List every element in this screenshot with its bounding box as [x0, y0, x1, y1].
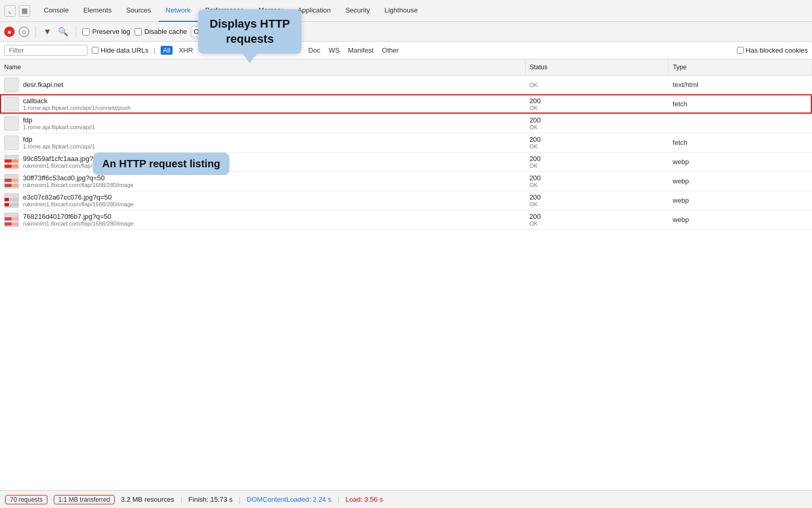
header-type[interactable]: Type	[669, 59, 812, 75]
device-icon[interactable]: ▦	[19, 5, 30, 17]
type-value: webp	[673, 177, 689, 185]
request-name: fdp	[23, 135, 95, 143]
status-sep-2: |	[239, 495, 240, 503]
preserve-log-checkbox[interactable]	[82, 28, 90, 35]
type-value: fetch	[673, 100, 687, 108]
table-row[interactable]: fdp 1.rome.api.flipkart.com/api/1 200 OK…	[0, 133, 812, 152]
status-code: 200	[529, 116, 664, 124]
has-blocked-text: Has blocked cookies	[746, 46, 808, 54]
request-url: 1.rome.api.flipkart.com/api/1/connekt/pu…	[23, 105, 131, 111]
preserve-log-label[interactable]: Preserve log	[82, 28, 130, 35]
toolbar-separator-1	[35, 26, 36, 38]
search-icon[interactable]: 🔍	[57, 26, 69, 38]
file-icon	[4, 97, 19, 111]
type-xhr-button[interactable]: XHR	[177, 46, 195, 55]
name-cell: 99c859af1cfc1aaa.jpg?q=50 rukminim1.flix…	[0, 152, 525, 171]
filter-input[interactable]	[4, 45, 88, 56]
file-icon	[4, 135, 19, 150]
devtools-tab-bar: ⌞ ▦ Console Elements Sources Network Per…	[0, 0, 812, 22]
tooltip-arrow	[243, 54, 257, 63]
type-value: webp	[673, 196, 689, 204]
status-text: OK	[529, 182, 664, 188]
table-row[interactable]: e3c07c82a67cc076.jpg?q=50 rukminim1.flix…	[0, 191, 812, 210]
img-stripe	[5, 159, 18, 163]
type-doc-button[interactable]: Doc	[306, 46, 322, 55]
tooltip-text: Displays HTTP requests	[198, 9, 301, 54]
disable-cache-checkbox[interactable]	[135, 28, 142, 35]
table-row[interactable]: fdp 1.rome.api.flipkart.com/api/1 200 OK	[0, 114, 812, 133]
filter-icon[interactable]: ▼	[42, 26, 53, 38]
table-row[interactable]: 768216d40170f6b7.jpg?q=50 rukminim1.flix…	[0, 210, 812, 229]
tab-sources[interactable]: Sources	[119, 0, 159, 22]
name-cell: 768216d40170f6b7.jpg?q=50 rukminim1.flix…	[0, 210, 525, 229]
tab-network[interactable]: Network	[159, 0, 198, 22]
network-toolbar: ● ○ ▼ 🔍 Preserve log Disable cache Onlin…	[0, 22, 812, 42]
status-text: OK	[529, 163, 664, 169]
request-name: callback	[23, 97, 131, 105]
devtools-icons: ⌞ ▦	[4, 5, 30, 17]
table-row[interactable]: desr.fkapi.net OK text/html	[0, 75, 812, 94]
status-text: OK	[529, 201, 664, 207]
inspect-icon[interactable]: ⌞	[4, 5, 16, 17]
row-annotation: An HTTP request listing	[93, 153, 229, 175]
header-status[interactable]: Status	[525, 59, 669, 75]
stop-button[interactable]: ○	[19, 27, 29, 37]
tab-security[interactable]: Security	[338, 0, 377, 22]
tooltip-annotation: Displays HTTP requests	[198, 9, 301, 63]
request-name: desr.fkapi.net	[23, 81, 63, 89]
toolbar-separator-2	[76, 26, 76, 38]
type-cell: webp	[669, 171, 812, 191]
request-url: rukminim1.flixcart.com/flap/1688/280/ima…	[23, 201, 134, 207]
tab-lighthouse[interactable]: Lighthouse	[377, 0, 425, 22]
name-cell: desr.fkapi.net	[0, 75, 525, 94]
type-cell: text/html	[669, 75, 812, 94]
type-manifest-button[interactable]: Manifest	[346, 46, 375, 55]
type-other-button[interactable]: Other	[380, 46, 401, 55]
resources-text: 3.2 MB resources	[121, 495, 174, 503]
type-cell: fetch	[669, 94, 812, 114]
status-code: 200	[529, 135, 664, 143]
disable-cache-label[interactable]: Disable cache	[135, 28, 187, 35]
name-cell: callback 1.rome.api.flipkart.com/api/1/c…	[0, 94, 525, 114]
status-cell: 200 OK	[525, 94, 669, 114]
table-row[interactable]: callback 1.rome.api.flipkart.com/api/1/c…	[0, 94, 812, 114]
img-stripe-2	[5, 203, 18, 206]
file-icon	[4, 155, 19, 169]
img-stripe-2	[5, 165, 18, 168]
record-button[interactable]: ●	[4, 27, 15, 37]
dom-loaded-text: DOMContentLoaded: 2.24 s	[247, 495, 331, 503]
hide-data-urls-label[interactable]: Hide data URLs	[92, 46, 149, 54]
type-value: fetch	[673, 139, 687, 146]
preserve-log-text: Preserve log	[92, 28, 130, 35]
tab-elements[interactable]: Elements	[76, 0, 119, 22]
status-code: 200	[529, 97, 664, 105]
name-cell: fdp 1.rome.api.flipkart.com/api/1	[0, 114, 525, 133]
type-value: webp	[673, 158, 689, 166]
status-cell: 200 OK	[525, 171, 669, 191]
request-url: 1.rome.api.flipkart.com/api/1	[23, 124, 95, 130]
transferred-pill[interactable]: 1.1 MB transferred	[54, 495, 115, 504]
disable-cache-text: Disable cache	[144, 28, 187, 35]
img-stripe	[5, 198, 18, 201]
request-name: e3c07c82a67cc076.jpg?q=50	[23, 193, 134, 201]
status-code: 200	[529, 155, 664, 163]
request-url: rukminim1.flixcart.com/flap/1688/280/ima…	[23, 220, 134, 227]
status-text: OK	[529, 124, 664, 130]
finish-text: Finish: 15.73 s	[188, 495, 233, 503]
type-cell	[669, 114, 812, 133]
filter-row: Hide data URLs | All XHR JS CSS Img Medi…	[0, 42, 812, 59]
file-icon	[4, 193, 19, 208]
status-cell: 200 OK	[525, 191, 669, 210]
hide-data-urls-checkbox[interactable]	[92, 47, 99, 54]
has-blocked-cookies[interactable]: Has blocked cookies	[737, 46, 808, 54]
has-blocked-checkbox[interactable]	[737, 47, 744, 54]
status-bar: 70 requests 1.1 MB transferred 3.2 MB re…	[0, 490, 812, 508]
type-all-button[interactable]: All	[161, 46, 172, 55]
status-code: 200	[529, 213, 664, 220]
hide-data-urls-text: Hide data URLs	[101, 46, 149, 54]
type-ws-button[interactable]: WS	[326, 46, 342, 55]
request-name: fdp	[23, 116, 95, 124]
tab-console[interactable]: Console	[37, 0, 76, 22]
requests-pill[interactable]: 70 requests	[5, 495, 47, 504]
name-cell: 30ff73ff6c53acd0.jpg?q=50 rukminim1.flix…	[0, 171, 525, 191]
